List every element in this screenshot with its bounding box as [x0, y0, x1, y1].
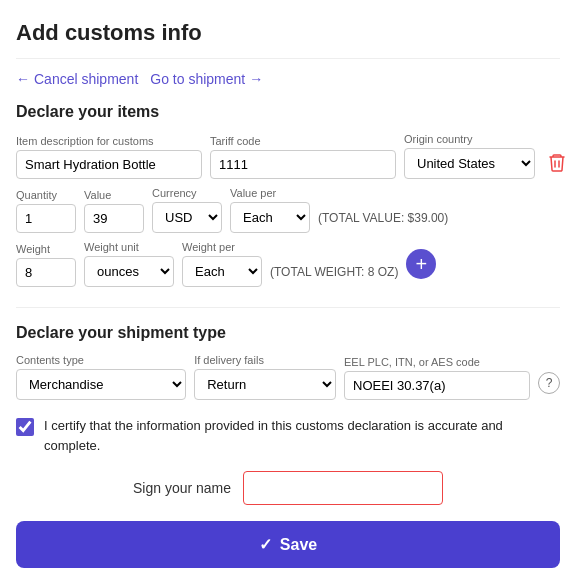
go-shipment-link[interactable]: Go to shipment →: [150, 71, 263, 87]
wt-field-group: Weight: [16, 243, 76, 287]
sign-input[interactable]: [243, 471, 443, 505]
total-weight-label: (TOTAL WEIGHT: 8 OZ): [270, 265, 398, 287]
sign-row: Sign your name: [16, 471, 560, 505]
vper-field-group: Value per Each Total: [230, 187, 310, 233]
weight-unit-select[interactable]: ounces pounds grams kilograms: [84, 256, 174, 287]
val-input[interactable]: [84, 204, 144, 233]
save-label: Save: [280, 536, 317, 554]
tariff-label: Tariff code: [210, 135, 396, 147]
desc-field-group: Item description for customs: [16, 135, 202, 179]
certify-text: I certify that the information provided …: [44, 416, 560, 455]
cancel-shipment-label: Cancel shipment: [34, 71, 138, 87]
left-arrow-icon: ←: [16, 71, 30, 87]
idf-label: If delivery fails: [194, 354, 336, 366]
sign-label: Sign your name: [133, 480, 231, 496]
eel-field-group: EEL PLC, ITN, or AES code: [344, 356, 530, 400]
page-title: Add customs info: [16, 20, 560, 59]
question-icon: ?: [546, 376, 553, 390]
save-button[interactable]: ✓ Save: [16, 521, 560, 568]
shipment-type-title: Declare your shipment type: [16, 324, 560, 342]
idf-field-group: If delivery fails Return Abandon: [194, 354, 336, 400]
certify-row: I certify that the information provided …: [16, 416, 560, 455]
declare-items-section: Declare your items Item description for …: [16, 103, 560, 287]
go-shipment-label: Go to shipment: [150, 71, 245, 87]
wp-label: Weight per: [182, 241, 262, 253]
desc-input[interactable]: [16, 150, 202, 179]
wu-field-group: Weight unit ounces pounds grams kilogram…: [84, 241, 174, 287]
value-per-select[interactable]: Each Total: [230, 202, 310, 233]
add-btn-wrap: +: [406, 249, 436, 287]
eel-help-button[interactable]: ?: [538, 372, 560, 394]
eel-input[interactable]: [344, 371, 530, 400]
cancel-shipment-link[interactable]: ← Cancel shipment: [16, 71, 138, 87]
country-label: Origin country: [404, 133, 535, 145]
declare-items-title: Declare your items: [16, 103, 560, 121]
wt-label: Weight: [16, 243, 76, 255]
certify-checkbox[interactable]: [16, 418, 34, 436]
qty-field-group: Quantity: [16, 189, 76, 233]
contents-type-select[interactable]: Merchandise Gift Documents Sample Other: [16, 369, 186, 400]
val-label: Value: [84, 189, 144, 201]
plus-icon: +: [416, 253, 428, 276]
right-arrow-icon: →: [249, 71, 263, 87]
eel-label: EEL PLC, ITN, or AES code: [344, 356, 530, 368]
desc-label: Item description for customs: [16, 135, 202, 147]
total-value-label: (TOTAL VALUE: $39.00): [318, 211, 448, 233]
cur-label: Currency: [152, 187, 222, 199]
shipment-fields-row: Contents type Merchandise Gift Documents…: [16, 354, 560, 400]
country-select[interactable]: United States Canada Mexico United Kingd…: [404, 148, 535, 179]
ct-label: Contents type: [16, 354, 186, 366]
weight-row: Weight Weight unit ounces pounds grams k…: [16, 241, 560, 287]
qty-input[interactable]: [16, 204, 76, 233]
wp-field-group: Weight per Each Total: [182, 241, 262, 287]
trash-icon: [547, 153, 567, 173]
val-field-group: Value: [84, 189, 144, 233]
nav-row: ← Cancel shipment Go to shipment →: [16, 71, 560, 87]
currency-select[interactable]: USD EUR GBP CAD: [152, 202, 222, 233]
tariff-input[interactable]: [210, 150, 396, 179]
country-field-group: Origin country United States Canada Mexi…: [404, 133, 535, 179]
check-icon: ✓: [259, 535, 272, 554]
cur-field-group: Currency USD EUR GBP CAD: [152, 187, 222, 233]
tariff-field-group: Tariff code: [210, 135, 396, 179]
add-item-button[interactable]: +: [406, 249, 436, 279]
item-value-row: Quantity Value Currency USD EUR GBP CAD …: [16, 187, 560, 233]
vper-label: Value per: [230, 187, 310, 199]
weight-input[interactable]: [16, 258, 76, 287]
item-header-row: Item description for customs Tariff code…: [16, 133, 560, 179]
delete-item-button[interactable]: [543, 149, 571, 177]
delivery-fails-select[interactable]: Return Abandon: [194, 369, 336, 400]
qty-label: Quantity: [16, 189, 76, 201]
ct-field-group: Contents type Merchandise Gift Documents…: [16, 354, 186, 400]
wu-label: Weight unit: [84, 241, 174, 253]
weight-per-select[interactable]: Each Total: [182, 256, 262, 287]
shipment-type-section: Declare your shipment type Contents type…: [16, 307, 560, 505]
